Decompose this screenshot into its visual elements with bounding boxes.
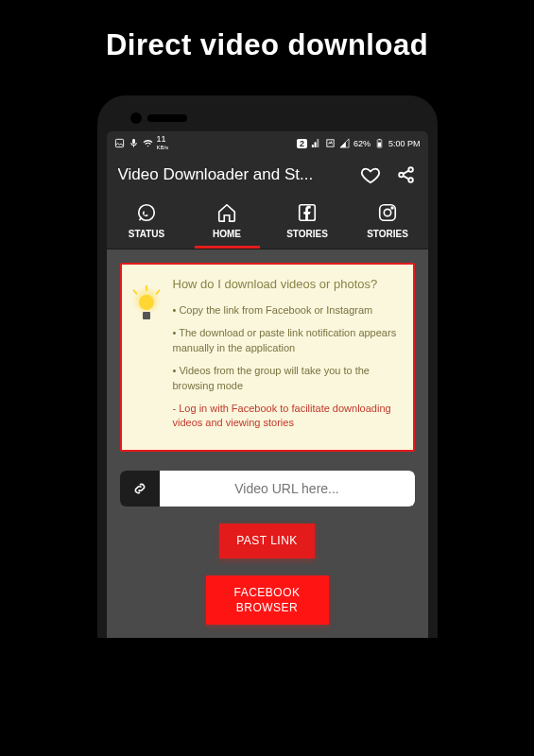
facebook-browser-button[interactable]: FACEBOOK BROWSER bbox=[206, 576, 329, 625]
status-left: 11KB/s bbox=[114, 135, 169, 151]
tab-fb-stories[interactable]: STORIES bbox=[267, 195, 348, 249]
mobile-data-icon bbox=[325, 138, 336, 148]
info-card: How do I download videos or photos? • Co… bbox=[120, 263, 415, 452]
signal-icon-2 bbox=[339, 138, 350, 148]
sim-badge: 2 bbox=[297, 139, 307, 148]
tab-ig-stories[interactable]: STORIES bbox=[348, 195, 428, 249]
lightbulb-icon bbox=[129, 276, 164, 438]
data-rate: 11KB/s bbox=[157, 135, 169, 151]
svg-rect-4 bbox=[378, 143, 381, 147]
battery-percent: 62% bbox=[353, 139, 370, 148]
app-bar: Video Downloader and St... bbox=[107, 155, 428, 195]
info-item: • The download or paste link notificatio… bbox=[173, 326, 402, 356]
wifi-icon bbox=[143, 138, 153, 148]
info-text: How do I download videos or photos? • Co… bbox=[173, 276, 402, 438]
svg-point-12 bbox=[391, 207, 393, 209]
info-login: - Log in with Facebook to facilitate dow… bbox=[173, 402, 402, 432]
tab-status[interactable]: STATUS bbox=[107, 195, 187, 249]
clock: 5:00 PM bbox=[388, 139, 421, 148]
link-icon bbox=[120, 471, 160, 507]
status-right: 2 62% 5:00 PM bbox=[297, 138, 421, 148]
image-icon bbox=[114, 138, 125, 148]
tab-label: STATUS bbox=[129, 229, 165, 239]
instagram-icon bbox=[377, 202, 398, 223]
promo-title: Direct video download bbox=[0, 0, 534, 95]
info-item: • Copy the link from Facebook or Instagr… bbox=[173, 303, 402, 318]
phone-frame: 11KB/s 2 62% 5:00 PM Video Downloader an… bbox=[97, 95, 438, 638]
svg-rect-0 bbox=[115, 139, 123, 146]
app-title: Video Downloader and St... bbox=[118, 165, 345, 184]
tab-label: STORIES bbox=[367, 229, 408, 239]
facebook-icon bbox=[297, 202, 318, 223]
url-input[interactable] bbox=[160, 471, 415, 507]
info-title: How do I download videos or photos? bbox=[173, 276, 402, 294]
tab-home[interactable]: HOME bbox=[187, 195, 267, 249]
speaker-icon bbox=[147, 114, 187, 122]
favorite-icon[interactable] bbox=[360, 164, 381, 185]
share-icon[interactable] bbox=[396, 164, 417, 185]
status-bar: 11KB/s 2 62% 5:00 PM bbox=[107, 131, 428, 155]
svg-point-11 bbox=[384, 209, 390, 215]
past-link-button[interactable]: PAST LINK bbox=[219, 524, 315, 558]
home-icon bbox=[216, 202, 237, 223]
battery-icon bbox=[374, 138, 385, 148]
url-row bbox=[120, 471, 415, 507]
main-content: How do I download videos or photos? • Co… bbox=[107, 249, 428, 638]
signal-icon bbox=[311, 138, 321, 148]
info-item: • Videos from the group will take you to… bbox=[173, 364, 402, 394]
phone-screen: 11KB/s 2 62% 5:00 PM Video Downloader an… bbox=[107, 131, 428, 638]
camera-dot-icon bbox=[130, 112, 142, 124]
tab-bar: STATUS HOME STORIES STORIES bbox=[107, 195, 428, 249]
whatsapp-icon bbox=[136, 202, 157, 223]
mic-icon bbox=[129, 138, 139, 148]
phone-hardware-top bbox=[107, 105, 428, 131]
svg-rect-3 bbox=[379, 139, 381, 140]
tab-label: STORIES bbox=[286, 229, 328, 239]
tab-label: HOME bbox=[213, 229, 241, 239]
